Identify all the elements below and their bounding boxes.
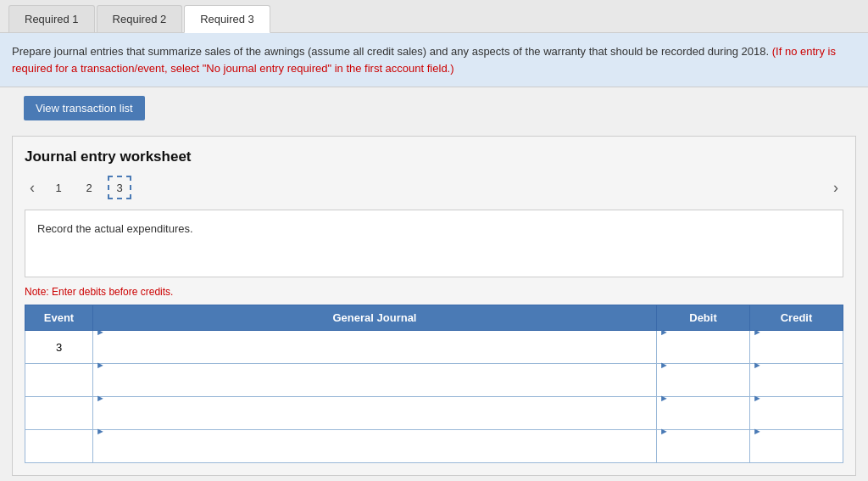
nav-number-3[interactable]: 3 bbox=[108, 176, 131, 199]
debit-input-2[interactable] bbox=[657, 371, 749, 403]
journal-table: Event General Journal Debit Credit 3 ► ►… bbox=[25, 305, 843, 463]
col-header-debit: Debit bbox=[657, 305, 750, 331]
debit-cell-1[interactable]: ► bbox=[657, 331, 750, 364]
debit-input-1[interactable] bbox=[657, 338, 749, 370]
journal-input-4[interactable] bbox=[93, 437, 656, 469]
event-cell-4 bbox=[25, 430, 93, 463]
nav-row: ‹ 1 2 3 › bbox=[25, 176, 843, 199]
credit-arrow-4: ► bbox=[750, 426, 762, 436]
nav-number-2[interactable]: 2 bbox=[77, 176, 101, 199]
credit-arrow-2: ► bbox=[750, 360, 762, 370]
col-header-credit: Credit bbox=[750, 305, 843, 331]
col-header-event: Event bbox=[25, 305, 93, 331]
credit-input-4[interactable] bbox=[750, 437, 843, 469]
tab-required-3[interactable]: Required 3 bbox=[184, 5, 270, 33]
col-header-journal: General Journal bbox=[93, 305, 657, 331]
credit-input-2[interactable] bbox=[750, 371, 843, 403]
journal-arrow-2: ► bbox=[93, 360, 105, 370]
description-box: Record the actual expenditures. bbox=[25, 210, 843, 277]
credit-input-3[interactable] bbox=[750, 404, 843, 436]
debit-arrow-2: ► bbox=[657, 360, 669, 370]
nav-next-arrow[interactable]: › bbox=[828, 177, 843, 199]
debit-arrow-3: ► bbox=[657, 393, 669, 403]
view-transaction-list-button[interactable]: View transaction list bbox=[24, 96, 145, 120]
journal-arrow-3: ► bbox=[93, 393, 105, 403]
debit-arrow-1: ► bbox=[657, 327, 669, 337]
worksheet-container: Journal entry worksheet ‹ 1 2 3 › Record… bbox=[12, 136, 856, 476]
credit-arrow-1: ► bbox=[750, 327, 762, 337]
worksheet-title: Journal entry worksheet bbox=[25, 148, 843, 165]
debit-input-4[interactable] bbox=[657, 437, 749, 469]
journal-cell-1[interactable]: ► bbox=[93, 331, 657, 364]
table-header-row: Event General Journal Debit Credit bbox=[25, 305, 843, 331]
nav-prev-arrow[interactable]: ‹ bbox=[25, 177, 40, 199]
credit-input-1[interactable] bbox=[750, 338, 843, 370]
debit-input-3[interactable] bbox=[657, 404, 749, 436]
journal-arrow-4: ► bbox=[93, 426, 105, 436]
table-row: 3 ► ► ► bbox=[25, 331, 843, 364]
nav-number-1[interactable]: 1 bbox=[47, 176, 70, 199]
tab-required-2[interactable]: Required 2 bbox=[97, 5, 183, 32]
journal-input-3[interactable] bbox=[93, 404, 656, 436]
event-cell-1: 3 bbox=[25, 331, 93, 364]
journal-input-1[interactable] bbox=[93, 338, 656, 370]
instructions-main-text: Prepare journal entries that summarize s… bbox=[12, 45, 769, 58]
instructions-area: Prepare journal entries that summarize s… bbox=[0, 33, 868, 87]
tabs-container: Required 1 Required 2 Required 3 bbox=[0, 0, 868, 33]
event-cell-2 bbox=[25, 364, 93, 397]
journal-input-2[interactable] bbox=[93, 371, 656, 403]
tab-required-1[interactable]: Required 1 bbox=[8, 5, 95, 32]
description-text: Record the actual expenditures. bbox=[37, 222, 193, 235]
journal-arrow-1: ► bbox=[93, 327, 105, 337]
credit-arrow-3: ► bbox=[750, 393, 762, 403]
note-text: Note: Enter debits before credits. bbox=[25, 286, 843, 298]
debit-arrow-4: ► bbox=[657, 426, 669, 436]
event-cell-3 bbox=[25, 397, 93, 430]
credit-cell-1[interactable]: ► bbox=[750, 331, 843, 364]
